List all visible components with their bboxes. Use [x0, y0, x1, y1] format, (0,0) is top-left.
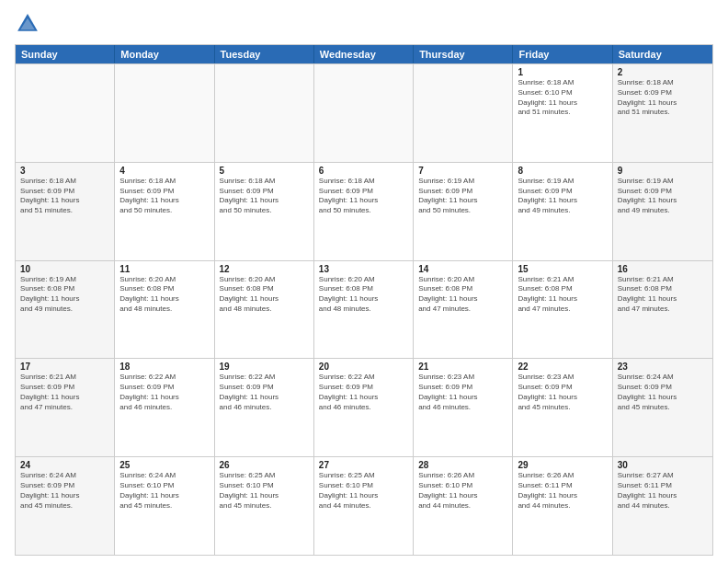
header-day-tuesday: Tuesday	[215, 45, 314, 63]
calendar-row-3: 17Sunrise: 6:21 AM Sunset: 6:09 PM Dayli…	[16, 358, 712, 456]
calendar-body: 1Sunrise: 6:18 AM Sunset: 6:10 PM Daylig…	[16, 63, 712, 555]
calendar-cell: 6Sunrise: 6:18 AM Sunset: 6:09 PM Daylig…	[314, 163, 414, 260]
header-day-sunday: Sunday	[16, 45, 115, 63]
calendar-cell: 30Sunrise: 6:27 AM Sunset: 6:11 PM Dayli…	[613, 457, 712, 555]
day-number: 8	[518, 166, 607, 176]
day-number: 2	[618, 67, 708, 77]
calendar-cell: 25Sunrise: 6:24 AM Sunset: 6:10 PM Dayli…	[115, 457, 214, 555]
calendar-cell: 3Sunrise: 6:18 AM Sunset: 6:09 PM Daylig…	[16, 163, 115, 260]
calendar-cell	[215, 64, 314, 162]
cell-info: Sunrise: 6:18 AM Sunset: 6:10 PM Dayligh…	[518, 78, 607, 118]
day-number: 22	[518, 362, 607, 372]
calendar-cell: 2Sunrise: 6:18 AM Sunset: 6:09 PM Daylig…	[613, 64, 712, 162]
calendar-cell: 7Sunrise: 6:19 AM Sunset: 6:09 PM Daylig…	[414, 163, 513, 260]
header-day-saturday: Saturday	[613, 45, 712, 63]
cell-info: Sunrise: 6:18 AM Sunset: 6:09 PM Dayligh…	[119, 177, 209, 216]
day-number: 30	[618, 460, 708, 470]
calendar-cell: 11Sunrise: 6:20 AM Sunset: 6:08 PM Dayli…	[115, 261, 214, 359]
calendar: SundayMondayTuesdayWednesdayThursdayFrid…	[15, 44, 713, 556]
day-number: 17	[20, 362, 109, 372]
cell-info: Sunrise: 6:26 AM Sunset: 6:11 PM Dayligh…	[518, 471, 607, 511]
cell-info: Sunrise: 6:20 AM Sunset: 6:08 PM Dayligh…	[119, 275, 209, 315]
calendar-cell: 12Sunrise: 6:20 AM Sunset: 6:08 PM Dayli…	[215, 261, 314, 359]
calendar-row-0: 1Sunrise: 6:18 AM Sunset: 6:10 PM Daylig…	[16, 63, 712, 162]
cell-info: Sunrise: 6:22 AM Sunset: 6:09 PM Dayligh…	[220, 373, 309, 412]
calendar-row-1: 3Sunrise: 6:18 AM Sunset: 6:09 PM Daylig…	[16, 162, 712, 260]
cell-info: Sunrise: 6:25 AM Sunset: 6:10 PM Dayligh…	[220, 471, 309, 511]
cell-info: Sunrise: 6:18 AM Sunset: 6:09 PM Dayligh…	[319, 177, 408, 216]
cell-info: Sunrise: 6:20 AM Sunset: 6:08 PM Dayligh…	[418, 275, 507, 315]
calendar-cell: 8Sunrise: 6:19 AM Sunset: 6:09 PM Daylig…	[513, 163, 612, 260]
day-number: 16	[618, 264, 708, 274]
day-number: 23	[618, 362, 708, 372]
calendar-cell: 15Sunrise: 6:21 AM Sunset: 6:08 PM Dayli…	[513, 261, 612, 359]
calendar-cell: 18Sunrise: 6:22 AM Sunset: 6:09 PM Dayli…	[115, 359, 214, 456]
header-day-friday: Friday	[513, 45, 612, 63]
cell-info: Sunrise: 6:23 AM Sunset: 6:09 PM Dayligh…	[518, 373, 607, 412]
calendar-row-2: 10Sunrise: 6:19 AM Sunset: 6:08 PM Dayli…	[16, 260, 712, 359]
day-number: 13	[319, 264, 408, 274]
cell-info: Sunrise: 6:22 AM Sunset: 6:09 PM Dayligh…	[119, 373, 209, 412]
calendar-cell: 1Sunrise: 6:18 AM Sunset: 6:10 PM Daylig…	[513, 64, 612, 162]
calendar-cell: 4Sunrise: 6:18 AM Sunset: 6:09 PM Daylig…	[115, 163, 214, 260]
cell-info: Sunrise: 6:21 AM Sunset: 6:08 PM Dayligh…	[518, 275, 607, 315]
page: SundayMondayTuesdayWednesdayThursdayFrid…	[0, 0, 728, 563]
calendar-cell: 27Sunrise: 6:25 AM Sunset: 6:10 PM Dayli…	[314, 457, 414, 555]
calendar-cell	[16, 64, 115, 162]
day-number: 10	[20, 264, 109, 274]
day-number: 3	[20, 166, 109, 176]
calendar-cell: 5Sunrise: 6:18 AM Sunset: 6:09 PM Daylig…	[215, 163, 314, 260]
day-number: 5	[220, 166, 309, 176]
day-number: 24	[20, 460, 109, 470]
day-number: 15	[518, 264, 607, 274]
calendar-cell: 14Sunrise: 6:20 AM Sunset: 6:08 PM Dayli…	[414, 261, 513, 359]
calendar-cell: 21Sunrise: 6:23 AM Sunset: 6:09 PM Dayli…	[414, 359, 513, 456]
calendar-cell: 23Sunrise: 6:24 AM Sunset: 6:09 PM Dayli…	[613, 359, 712, 456]
header-day-monday: Monday	[115, 45, 214, 63]
cell-info: Sunrise: 6:18 AM Sunset: 6:09 PM Dayligh…	[20, 177, 109, 216]
cell-info: Sunrise: 6:18 AM Sunset: 6:09 PM Dayligh…	[220, 177, 309, 216]
calendar-cell: 16Sunrise: 6:21 AM Sunset: 6:08 PM Dayli…	[613, 261, 712, 359]
cell-info: Sunrise: 6:19 AM Sunset: 6:09 PM Dayligh…	[518, 177, 607, 216]
header-day-thursday: Thursday	[414, 45, 513, 63]
cell-info: Sunrise: 6:24 AM Sunset: 6:09 PM Dayligh…	[20, 471, 109, 511]
day-number: 14	[418, 264, 507, 274]
calendar-cell	[414, 64, 513, 162]
calendar-cell: 28Sunrise: 6:26 AM Sunset: 6:10 PM Dayli…	[414, 457, 513, 555]
calendar-cell: 10Sunrise: 6:19 AM Sunset: 6:08 PM Dayli…	[16, 261, 115, 359]
cell-info: Sunrise: 6:21 AM Sunset: 6:08 PM Dayligh…	[618, 275, 708, 315]
calendar-cell: 24Sunrise: 6:24 AM Sunset: 6:09 PM Dayli…	[16, 457, 115, 555]
day-number: 6	[319, 166, 408, 176]
day-number: 29	[518, 460, 607, 470]
cell-info: Sunrise: 6:19 AM Sunset: 6:08 PM Dayligh…	[20, 275, 109, 315]
calendar-cell	[115, 64, 214, 162]
logo-icon	[15, 11, 40, 37]
logo	[15, 11, 44, 37]
header	[15, 11, 713, 37]
calendar-header: SundayMondayTuesdayWednesdayThursdayFrid…	[16, 45, 712, 63]
day-number: 11	[119, 264, 209, 274]
calendar-row-4: 24Sunrise: 6:24 AM Sunset: 6:09 PM Dayli…	[16, 456, 712, 555]
day-number: 27	[319, 460, 408, 470]
cell-info: Sunrise: 6:23 AM Sunset: 6:09 PM Dayligh…	[418, 373, 507, 412]
calendar-cell: 13Sunrise: 6:20 AM Sunset: 6:08 PM Dayli…	[314, 261, 414, 359]
day-number: 25	[119, 460, 209, 470]
day-number: 9	[618, 166, 708, 176]
calendar-cell: 17Sunrise: 6:21 AM Sunset: 6:09 PM Dayli…	[16, 359, 115, 456]
cell-info: Sunrise: 6:20 AM Sunset: 6:08 PM Dayligh…	[319, 275, 408, 315]
calendar-cell	[314, 64, 414, 162]
day-number: 26	[220, 460, 309, 470]
cell-info: Sunrise: 6:19 AM Sunset: 6:09 PM Dayligh…	[618, 177, 708, 216]
calendar-cell: 22Sunrise: 6:23 AM Sunset: 6:09 PM Dayli…	[513, 359, 612, 456]
cell-info: Sunrise: 6:18 AM Sunset: 6:09 PM Dayligh…	[618, 78, 708, 118]
day-number: 21	[418, 362, 507, 372]
calendar-cell: 19Sunrise: 6:22 AM Sunset: 6:09 PM Dayli…	[215, 359, 314, 456]
cell-info: Sunrise: 6:25 AM Sunset: 6:10 PM Dayligh…	[319, 471, 408, 511]
header-day-wednesday: Wednesday	[314, 45, 414, 63]
cell-info: Sunrise: 6:24 AM Sunset: 6:09 PM Dayligh…	[618, 373, 708, 412]
day-number: 12	[220, 264, 309, 274]
calendar-cell: 9Sunrise: 6:19 AM Sunset: 6:09 PM Daylig…	[613, 163, 712, 260]
cell-info: Sunrise: 6:26 AM Sunset: 6:10 PM Dayligh…	[418, 471, 507, 511]
cell-info: Sunrise: 6:20 AM Sunset: 6:08 PM Dayligh…	[220, 275, 309, 315]
calendar-cell: 26Sunrise: 6:25 AM Sunset: 6:10 PM Dayli…	[215, 457, 314, 555]
